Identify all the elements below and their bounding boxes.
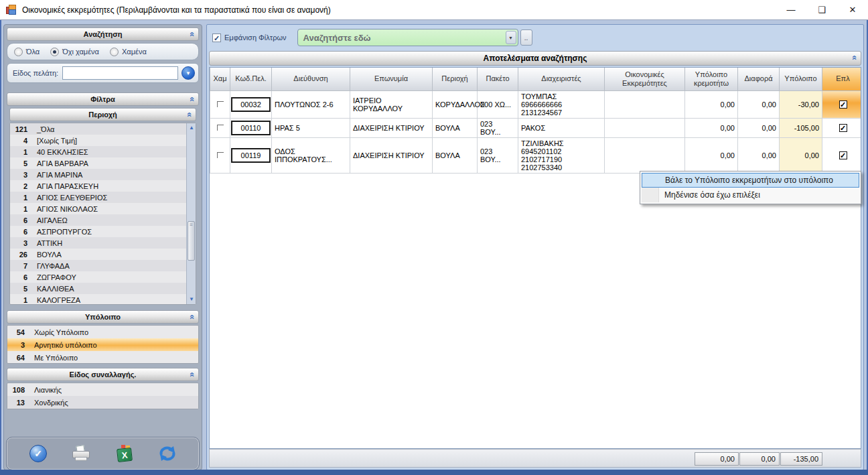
code-cell[interactable]: 00119	[230, 137, 272, 173]
radio-label[interactable]: Όχι χαμένα	[62, 48, 99, 56]
search-combo[interactable]: Αναζητήστε εδώ ▼	[297, 29, 518, 46]
managers-cell[interactable]: ΡΑΚΟΣ	[518, 118, 605, 137]
checked-checkbox-icon[interactable]: ✓	[839, 124, 847, 132]
filters-panel-header[interactable]: Φίλτρα «	[7, 92, 199, 106]
lost-cell[interactable]	[210, 118, 230, 137]
collapse-chevron-icon[interactable]: «	[849, 55, 859, 60]
column-header[interactable]: Διαφορά	[738, 68, 780, 90]
radio-label[interactable]: Όλα	[26, 48, 40, 56]
maximize-button[interactable]: ❑	[806, 0, 837, 19]
filter-item[interactable]: 121_Όλα	[10, 123, 196, 135]
filter-item[interactable]: 7ΓΛΥΦΑΔΑ	[10, 260, 196, 271]
table-row[interactable]: 00032ΠΛΟΥΤΩΝΟΣ 2-6ΙΑΤΡΕΙΟ ΚΟΡΥΔΑΛΛΟΥΚΟΡΥ…	[210, 90, 862, 118]
balance-panel-header[interactable]: Υπόλοιπο «	[7, 310, 199, 324]
context-menu-item[interactable]: Μηδένισε όσα έχω επιλέξει	[642, 188, 859, 202]
selected-cell[interactable]: ✓	[822, 137, 862, 173]
unchecked-box-icon[interactable]	[217, 152, 224, 158]
region-panel-header[interactable]: Περιοχή «	[9, 108, 196, 121]
difference-cell[interactable]: 0,00	[738, 118, 780, 137]
collapse-chevron-icon[interactable]: «	[187, 372, 196, 377]
package-cell[interactable]: 000 ΧΩ...	[478, 90, 518, 118]
filter-item[interactable]: 54Χωρίς Υπόλοιπο	[7, 326, 198, 338]
column-header[interactable]: Περιοχή	[433, 68, 478, 90]
filter-item[interactable]: 140 ΕΚΚΛΗΣΙΕΣ	[10, 146, 196, 157]
name-cell[interactable]: ΔΙΑΧΕΙΡΙΣΗ ΚΤΙΡΙΟΥ	[350, 137, 433, 173]
collapse-chevron-icon[interactable]: «	[187, 96, 196, 101]
refresh-button[interactable]	[156, 442, 179, 465]
checked-checkbox-icon[interactable]: ✓	[839, 151, 847, 159]
selected-cell[interactable]: ✓	[822, 90, 862, 118]
search-panel-header[interactable]: Αναζήτηση «	[7, 27, 199, 41]
code-cell[interactable]: 00110	[230, 118, 272, 137]
print-button[interactable]	[70, 442, 92, 465]
column-header[interactable]: Υπόλοιπο	[780, 68, 822, 90]
name-cell[interactable]: ΔΙΑΧΕΙΡΙΣΗ ΚΤΙΡΙΟΥ	[350, 118, 433, 137]
filter-item[interactable]: 13Χονδρικής	[7, 396, 198, 409]
export-excel-button[interactable]: X	[113, 442, 136, 465]
region-scrollbar[interactable]: ▲ ≡ ▼	[186, 123, 196, 304]
minimize-button[interactable]: —	[776, 0, 806, 19]
scroll-up-icon[interactable]: ▲	[187, 123, 196, 133]
close-button[interactable]: ✕	[837, 0, 868, 19]
scroll-thumb[interactable]: ≡	[188, 221, 195, 261]
column-header[interactable]: Διεύθυνση	[272, 68, 350, 90]
address-cell[interactable]: ΗΡΑΣ 5	[272, 118, 350, 137]
balance-pending-cell[interactable]: 0,00	[685, 90, 738, 118]
filter-item[interactable]: 26ΒΟΥΛΑ	[10, 249, 196, 260]
filter-item[interactable]: 4[Χωρίς Τιμή]	[10, 135, 196, 146]
region-cell[interactable]: ΒΟΥΛΑ	[433, 137, 478, 173]
balance-cell[interactable]: 0,00	[780, 137, 822, 173]
balance-pending-cell[interactable]: 0,00	[685, 137, 738, 173]
filter-item[interactable]: 1ΚΑΛΟΓΡΕΖΑ	[10, 294, 196, 305]
collapse-chevron-icon[interactable]: «	[184, 112, 194, 117]
filter-item[interactable]: 5ΚΑΛΛΙΘΕΑ	[10, 283, 196, 294]
unchecked-box-icon[interactable]	[217, 125, 224, 131]
code-box[interactable]: 00119	[231, 148, 271, 163]
filter-item[interactable]: 2ΑΓΙΑ ΠΑΡΑΣΚΕΥΗ	[10, 180, 196, 192]
managers-cell[interactable]: ΤΟΥΜΠΑΣ 6966666666 2131234567	[518, 90, 605, 118]
region-cell[interactable]: ΒΟΥΛΑ	[433, 118, 478, 137]
column-header[interactable]: Επλ	[822, 68, 862, 90]
difference-cell[interactable]: 0,00	[738, 137, 780, 173]
column-header[interactable]: Διαχειριστές	[518, 68, 605, 90]
balance-pending-cell[interactable]: 0,00	[685, 118, 738, 137]
package-cell[interactable]: 023 ΒΟΥ...	[478, 118, 518, 137]
region-cell[interactable]: ΚΟΡΥΔΑΛΛΟΣ	[433, 90, 478, 118]
column-header[interactable]: Κωδ.Πελ.	[230, 68, 272, 90]
client-type-dropdown-icon[interactable]: ▼	[182, 66, 195, 80]
filter-item[interactable]: 3ΑΓΙΑ ΜΑΡΙΝΑ	[10, 169, 196, 180]
radio-icon[interactable]	[110, 48, 119, 56]
difference-cell[interactable]: 0,00	[738, 90, 780, 118]
collapse-chevron-icon[interactable]: «	[187, 31, 196, 36]
filter-item[interactable]: 6ΑΣΠΡΟΠΥΡΓΟΣ	[10, 226, 196, 237]
column-header[interactable]: Χαμ	[210, 68, 230, 90]
table-row[interactable]: 00110ΗΡΑΣ 5ΔΙΑΧΕΙΡΙΣΗ ΚΤΙΡΙΟΥΒΟΥΛΑ023 ΒΟ…	[210, 118, 862, 137]
search-input[interactable]: Αναζητήστε εδώ	[298, 33, 506, 43]
code-cell[interactable]: 00032	[230, 90, 272, 118]
lost-cell[interactable]	[210, 90, 230, 118]
filter-item[interactable]: 1ΑΓΙΟΣ ΕΛΕΥΘΕΡΙΟΣ	[10, 192, 196, 203]
selected-cell[interactable]: ✓	[822, 118, 862, 137]
filter-item[interactable]: 108Λιανικής	[7, 383, 198, 396]
table-row[interactable]: 00119ΟΔΟΣ ΙΠΠΟΚΡΑΤΟΥΣ...ΔΙΑΧΕΙΡΙΣΗ ΚΤΙΡΙ…	[210, 137, 862, 173]
transaction-panel-header[interactable]: Είδος συναλλαγής. «	[7, 368, 199, 381]
code-box[interactable]: 00032	[231, 97, 271, 112]
radio-label[interactable]: Χαμένα	[122, 48, 147, 56]
filter-item[interactable]: 5ΑΓΙΑ ΒΑΡΒΑΡΑ	[10, 157, 196, 169]
financial-pending-cell[interactable]	[605, 118, 685, 137]
lost-cell[interactable]	[210, 137, 230, 173]
balance-cell[interactable]: -30,00	[780, 90, 822, 118]
address-cell[interactable]: ΟΔΟΣ ΙΠΠΟΚΡΑΤΟΥΣ...	[272, 137, 350, 173]
filter-item[interactable]: 64Με Υπόλοιπο	[7, 351, 198, 364]
code-box[interactable]: 00110	[231, 121, 271, 135]
name-cell[interactable]: ΙΑΤΡΕΙΟ ΚΟΡΥΔΑΛΛΟΥ	[350, 90, 433, 118]
confirm-button[interactable]: ✓	[27, 442, 50, 465]
results-header[interactable]: Αποτελέσματα αναζήτησης «	[209, 51, 861, 66]
column-header[interactable]: Επωνυμία	[350, 68, 433, 90]
filter-item[interactable]: 6ΑΙΓΑΛΕΩ	[10, 214, 196, 226]
checked-checkbox-icon[interactable]: ✓	[839, 100, 847, 109]
context-menu-item[interactable]: Βάλε το Υπόλοιπο εκκρεμοτήτων στο υπόλοι…	[642, 173, 859, 188]
filter-item[interactable]: 6ΖΩΓΡΑΦΟΥ	[10, 271, 196, 283]
filter-item[interactable]: 1ΑΓΙΟΣ ΝΙΚΟΛΑΟΣ	[10, 203, 196, 214]
collapse-chevron-icon[interactable]: «	[187, 314, 196, 319]
